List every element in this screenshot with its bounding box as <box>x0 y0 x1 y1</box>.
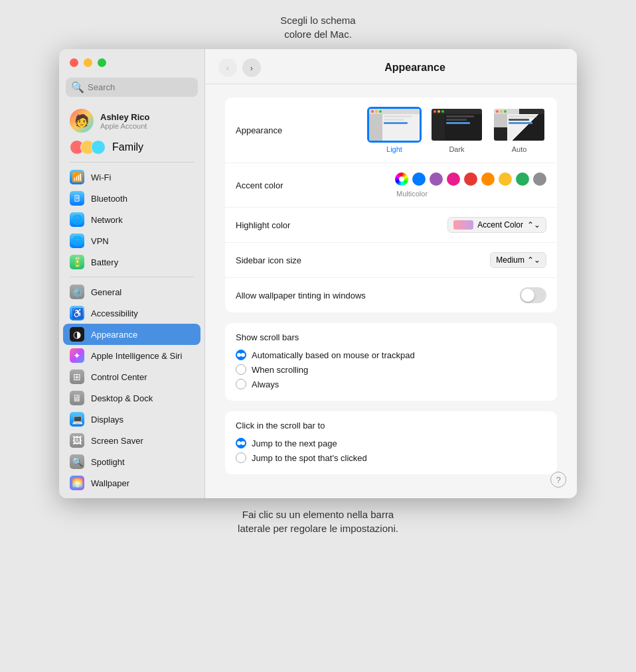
highlight-color-control: Accent Color ⌃⌄ <box>447 217 546 233</box>
bluetooth-label: Bluetooth <box>91 194 127 204</box>
click-scroll-bar-group: Click in the scroll bar to Jump to the n… <box>225 411 557 474</box>
spotlight-icon: 🔍 <box>70 454 84 469</box>
sidebar-item-battery[interactable]: 🔋 Battery <box>63 251 200 273</box>
sidebar-item-appearance[interactable]: ◑ Appearance <box>63 324 200 345</box>
sidebar-icon-size-label: Sidebar icon size <box>236 255 490 265</box>
control-icon: ⊞ <box>70 370 84 384</box>
accent-color-label: Accent color <box>236 180 395 190</box>
sidebar-item-vpn[interactable]: 🌐 VPN <box>63 230 200 251</box>
maximize-button[interactable] <box>98 58 106 67</box>
window-controls <box>59 49 204 74</box>
sidebar-icon-size-control: Medium ⌃⌄ <box>490 252 546 268</box>
appearance-options: Light <box>367 107 546 153</box>
sidebar-user-section: 🧑 Ashley Rico Apple Account Family 📶 Wi- <box>59 105 204 494</box>
user-sub: Apple Account <box>100 122 149 130</box>
show-scroll-bars-title: Show scroll bars <box>236 332 546 342</box>
general-label: General <box>91 287 121 297</box>
close-button[interactable] <box>70 58 78 67</box>
control-label: Control Center <box>91 372 147 382</box>
sidebar-item-control[interactable]: ⊞ Control Center <box>63 366 200 387</box>
wallpaper-tinting-row: Allow wallpaper tinting in windows <box>225 278 557 312</box>
tooltip-top: Scegli lo schema colore del Mac. <box>280 13 355 41</box>
wifi-label: Wi-Fi <box>91 172 111 182</box>
light-label: Light <box>386 145 402 153</box>
dark-thumb <box>430 107 484 143</box>
forward-button[interactable]: › <box>242 58 261 77</box>
wallpaper-tinting-toggle[interactable] <box>520 287 546 303</box>
highlight-color-value: Accent Color <box>477 220 523 230</box>
general-icon: ⚙️ <box>70 285 84 299</box>
siri-label: Apple Intelligence & Siri <box>91 351 182 361</box>
sidebar-icon-size-select[interactable]: Medium ⌃⌄ <box>490 252 546 268</box>
back-button[interactable]: ‹ <box>218 58 237 77</box>
family-avatar-3 <box>91 140 106 155</box>
highlight-color-row: Highlight color Accent Color ⌃⌄ <box>225 208 557 243</box>
radio-scrolling[interactable]: When scrolling <box>236 362 546 377</box>
sidebar-item-spotlight[interactable]: 🔍 Spotlight <box>63 451 200 472</box>
accent-dot-orange[interactable] <box>481 172 495 186</box>
accent-dot-red[interactable] <box>464 172 477 186</box>
sidebar-item-wifi[interactable]: 📶 Wi-Fi <box>63 167 200 188</box>
accent-dot-multicolor[interactable] <box>395 172 408 186</box>
highlight-color-picker[interactable]: Accent Color ⌃⌄ <box>447 217 546 233</box>
bluetooth-icon: 𝔹 <box>70 191 84 206</box>
help-button[interactable]: ? <box>550 472 566 488</box>
radio-always-circle <box>236 379 246 389</box>
light-thumb <box>367 107 422 143</box>
accent-dot-yellow[interactable] <box>499 172 512 186</box>
sidebar-item-screensaver[interactable]: 🖼 Screen Saver <box>63 430 200 451</box>
radio-auto-circle <box>236 350 246 360</box>
accent-dot-green[interactable] <box>516 172 529 186</box>
radio-clicked-spot[interactable]: Jump to the spot that's clicked <box>236 450 546 465</box>
show-scroll-bars-group: Show scroll bars Automatically based on … <box>225 323 557 401</box>
sidebar-item-accessibility[interactable]: ♿ Accessibility <box>63 302 200 324</box>
sidebar-item-bluetooth[interactable]: 𝔹 Bluetooth <box>63 188 200 209</box>
vpn-label: VPN <box>91 236 109 246</box>
sidebar-item-desktop[interactable]: 🖥 Desktop & Dock <box>63 387 200 409</box>
sidebar-item-general[interactable]: ⚙️ General <box>63 281 200 302</box>
sidebar-item-displays[interactable]: 💻 Displays <box>63 409 200 430</box>
appearance-section: Appearance <box>225 98 557 312</box>
search-icon: 🔍 <box>71 81 84 94</box>
appearance-setting-label: Appearance <box>236 125 367 135</box>
auto-thumb <box>492 107 546 143</box>
user-item[interactable]: 🧑 Ashley Rico Apple Account <box>63 105 200 137</box>
avatar: 🧑 <box>70 109 94 133</box>
accent-dot-graphite[interactable] <box>533 172 546 186</box>
radio-always[interactable]: Always <box>236 377 546 391</box>
sidebar-item-wallpaper[interactable]: 🌅 Wallpaper <box>63 472 200 494</box>
appearance-option-dark[interactable]: Dark <box>430 107 484 153</box>
tooltip-bottom: Fai clic su un elemento nella barra late… <box>238 507 398 535</box>
dark-label: Dark <box>449 145 464 153</box>
content-area: Appearance <box>205 84 577 498</box>
highlight-chevron-icon: ⌃⌄ <box>527 220 540 230</box>
appearance-option-light[interactable]: Light <box>367 107 422 153</box>
main-header: ‹ › Appearance <box>205 49 577 84</box>
radio-auto[interactable]: Automatically based on mouse or trackpad <box>236 348 546 362</box>
sidebar-item-network[interactable]: 🌐 Network <box>63 209 200 230</box>
main-content: ‹ › Appearance Appearance <box>205 49 577 498</box>
accent-dots <box>395 172 546 186</box>
sidebar-item-siri[interactable]: ✦ Apple Intelligence & Siri <box>63 345 200 366</box>
sidebar-icon-size-value: Medium <box>496 255 524 265</box>
siri-icon: ✦ <box>70 348 84 363</box>
accessibility-icon: ♿ <box>70 306 84 320</box>
screensaver-icon: 🖼 <box>70 433 84 448</box>
desktop-label: Desktop & Dock <box>91 393 153 403</box>
search-input[interactable] <box>88 82 193 92</box>
accent-dot-pink[interactable] <box>447 172 460 186</box>
highlight-swatch <box>453 220 473 230</box>
minimize-button[interactable] <box>84 58 92 67</box>
accent-dot-purple[interactable] <box>430 172 443 186</box>
radio-next-page[interactable]: Jump to the next page <box>236 436 546 450</box>
radio-auto-label: Automatically based on mouse or trackpad <box>252 350 415 360</box>
appearance-icon: ◑ <box>70 327 84 342</box>
accent-dot-blue[interactable] <box>412 172 426 186</box>
appearance-option-auto[interactable]: Auto <box>492 107 546 153</box>
search-box[interactable]: 🔍 <box>66 78 198 97</box>
family-item[interactable]: Family <box>63 137 200 158</box>
wallpaper-tinting-control <box>520 287 546 303</box>
wallpaper-label: Wallpaper <box>91 478 129 488</box>
scroll-bars-section: Show scroll bars Automatically based on … <box>225 323 557 401</box>
radio-clicked-spot-circle <box>236 452 246 463</box>
